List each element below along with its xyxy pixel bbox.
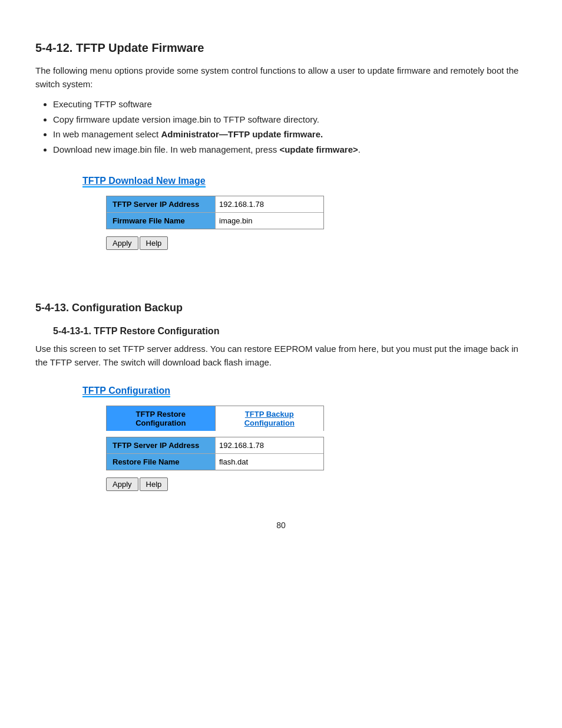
- tab-bar: TFTP Restore Configuration TFTP Backup C…: [106, 406, 324, 431]
- form-input-ip-2[interactable]: [216, 437, 323, 453]
- section-heading-1: 5-4-12. TFTP Update Firmware: [35, 41, 527, 55]
- form-input-filename-1[interactable]: [216, 213, 323, 229]
- form-row-restore-filename: Restore File Name: [107, 454, 323, 470]
- form-label-ip-2: TFTP Server IP Address: [107, 437, 216, 453]
- apply-button-2[interactable]: Apply: [106, 477, 138, 491]
- bullet-item-2: Copy firmware update version image.bin t…: [53, 112, 527, 127]
- tftp-download-title[interactable]: TFTP Download New Image: [82, 176, 206, 187]
- tftp-restore-form: TFTP Server IP Address Restore File Name: [106, 437, 324, 470]
- subsection-tftp-restore: 5-4-13-1. TFTP Restore Configuration Use…: [35, 326, 527, 491]
- intro-text-1: The following menu options provide some …: [35, 64, 527, 91]
- tab-restore-config[interactable]: TFTP Restore Configuration: [106, 406, 216, 431]
- form-input-ip-1[interactable]: [216, 196, 323, 212]
- page-number: 80: [35, 521, 527, 530]
- tftp-config-title[interactable]: TFTP Configuration: [82, 386, 170, 397]
- intro-text-2: Use this screen to set TFTP server addre…: [35, 342, 527, 369]
- form-row-filename-1: Firmware File Name: [107, 213, 323, 229]
- section-config-backup: 5-4-13. Configuration Backup 5-4-13-1. T…: [35, 302, 527, 491]
- bullet-item-3: In web management select Administrator—T…: [53, 127, 527, 142]
- buttons-row-1: Apply Help: [106, 236, 527, 250]
- section-heading-2: 5-4-13. Configuration Backup: [35, 302, 527, 314]
- bullet-list-1: Executing TFTP software Copy firmware up…: [53, 97, 527, 157]
- form-row-ip-2: TFTP Server IP Address: [107, 437, 323, 454]
- form-input-restore-filename[interactable]: [216, 454, 323, 470]
- form-label-filename-1: Firmware File Name: [107, 213, 216, 229]
- form-row-ip-1: TFTP Server IP Address: [107, 196, 323, 213]
- tftp-update-form: TFTP Server IP Address Firmware File Nam…: [106, 196, 324, 229]
- buttons-row-2: Apply Help: [106, 477, 527, 491]
- help-button-2[interactable]: Help: [140, 477, 168, 491]
- section-tftp-update-firmware: 5-4-12. TFTP Update Firmware The followi…: [35, 41, 527, 250]
- bullet-item-1: Executing TFTP software: [53, 97, 527, 112]
- tab-backup-config[interactable]: TFTP Backup Configuration: [216, 406, 325, 431]
- apply-button-1[interactable]: Apply: [106, 236, 138, 250]
- form-label-ip-1: TFTP Server IP Address: [107, 196, 216, 212]
- help-button-1[interactable]: Help: [140, 236, 168, 250]
- tab-container: TFTP Restore Configuration TFTP Backup C…: [106, 406, 527, 431]
- form-label-restore-filename: Restore File Name: [107, 454, 216, 470]
- subsection-heading: 5-4-13-1. TFTP Restore Configuration: [53, 326, 527, 337]
- bullet-item-4: Download new image.bin file. In web mana…: [53, 142, 527, 157]
